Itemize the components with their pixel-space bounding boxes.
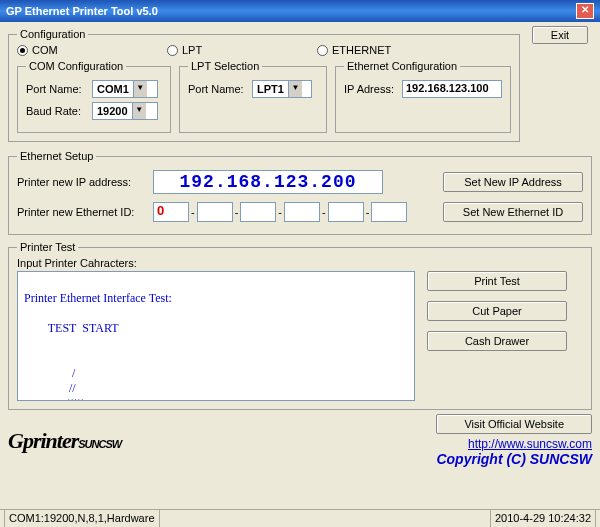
radio-dot-icon	[17, 45, 28, 56]
chevron-down-icon: ▼	[288, 81, 302, 97]
input-characters-textarea[interactable]: Printer Ethernet Interface Test: TEST ST…	[17, 271, 415, 401]
set-new-eth-id-button[interactable]: Set New Ethernet ID	[443, 202, 583, 222]
com-baud-label: Baud Rate:	[26, 105, 86, 117]
cash-drawer-button[interactable]: Cash Drawer	[427, 331, 567, 351]
input-characters-label: Input Printer Cahracters:	[17, 257, 583, 269]
configuration-group: Configuration COM LPT ETHERNET COM Confi…	[8, 28, 520, 142]
eth-id-input-3[interactable]	[284, 202, 320, 222]
ethernet-configuration-group: Ethernet Configuration IP Adress: 192.16…	[335, 60, 511, 133]
eth-id-input-1[interactable]	[197, 202, 233, 222]
eth-ip-input[interactable]: 192.168.123.100	[402, 80, 502, 98]
radio-dot-icon	[167, 45, 178, 56]
print-test-button[interactable]: Print Test	[427, 271, 567, 291]
radio-dot-icon	[317, 45, 328, 56]
new-ip-label: Printer new IP address:	[17, 176, 147, 188]
title-bar: GP Ethernet Printer Tool v5.0 ✕	[0, 0, 600, 22]
website-link[interactable]: http://www.suncsw.com	[468, 437, 592, 451]
lpt-port-label: Port Name:	[188, 83, 246, 95]
configuration-legend: Configuration	[17, 28, 88, 40]
com-baud-combo[interactable]: 19200 ▼	[92, 102, 158, 120]
lpt-port-combo[interactable]: LPT1 ▼	[252, 80, 312, 98]
eth-id-input-4[interactable]	[328, 202, 364, 222]
com-port-combo[interactable]: COM1 ▼	[92, 80, 158, 98]
cut-paper-button[interactable]: Cut Paper	[427, 301, 567, 321]
status-bar: COM1:19200,N,8,1,Hardware 2010-4-29 10:2…	[0, 509, 600, 527]
new-eth-id-label: Printer new Ethernet ID:	[17, 206, 147, 218]
lpt-selection-group: LPT Selection Port Name: LPT1 ▼	[179, 60, 327, 133]
radio-com[interactable]: COM	[17, 44, 167, 56]
close-icon[interactable]: ✕	[576, 3, 594, 19]
radio-lpt[interactable]: LPT	[167, 44, 317, 56]
logo: Gprinter SUNCSW	[8, 428, 121, 454]
exit-button[interactable]: Exit	[532, 26, 588, 44]
status-right: 2010-4-29 10:24:32	[490, 510, 596, 527]
set-new-ip-button[interactable]: Set New IP Address	[443, 172, 583, 192]
eth-id-input-5[interactable]	[371, 202, 407, 222]
visit-website-button[interactable]: Visit Official Website	[436, 414, 592, 434]
status-left: COM1:19200,N,8,1,Hardware	[4, 510, 160, 527]
com-configuration-group: COM Configuration Port Name: COM1 ▼ Baud…	[17, 60, 171, 133]
copyright-text: Copyright (C) SUNCSW	[436, 451, 592, 467]
eth-ip-label: IP Adress:	[344, 83, 396, 95]
radio-ethernet[interactable]: ETHERNET	[317, 44, 391, 56]
chevron-down-icon: ▼	[132, 103, 146, 119]
window-title: GP Ethernet Printer Tool v5.0	[6, 0, 158, 22]
ethernet-setup-group: Ethernet Setup Printer new IP address: 1…	[8, 150, 592, 235]
com-port-label: Port Name:	[26, 83, 86, 95]
new-ip-input[interactable]: 192.168.123.200	[153, 170, 383, 194]
printer-test-group: Printer Test Input Printer Cahracters: P…	[8, 241, 592, 410]
eth-id-input-0[interactable]: 0	[153, 202, 189, 222]
chevron-down-icon: ▼	[133, 81, 147, 97]
eth-id-input-2[interactable]	[240, 202, 276, 222]
